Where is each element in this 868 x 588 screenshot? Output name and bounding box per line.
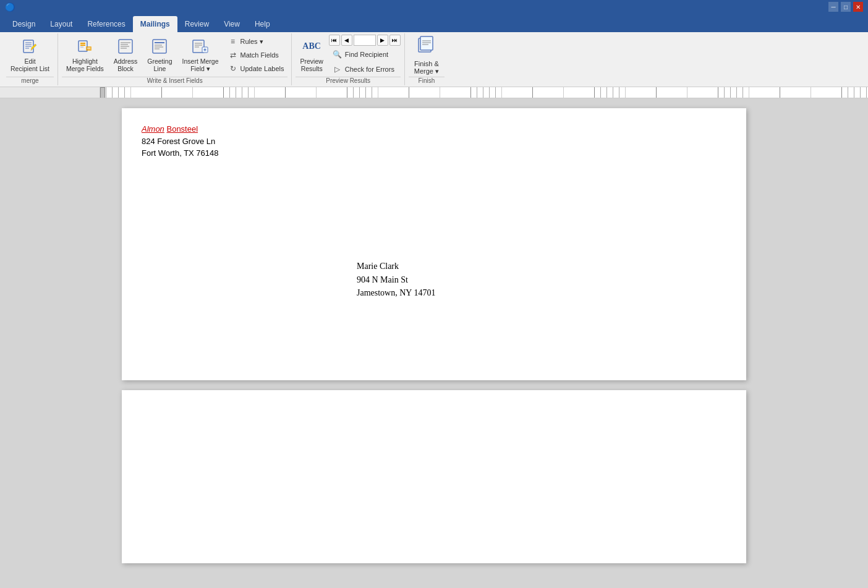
group-write-insert: HighlightMerge Fields AddressBlock <box>58 33 292 85</box>
nav-page-input[interactable] <box>354 35 376 46</box>
recipient-csz: Jamestown, NY 14701 <box>357 286 435 300</box>
rules-label: Rules ▾ <box>240 38 263 46</box>
preview-results-icon: ABC <box>302 37 321 56</box>
preview-results-button[interactable]: ABC PreviewResults <box>296 35 327 75</box>
nav-row: ⏮ ◀ ▶ ⏭ <box>329 35 401 46</box>
update-labels-icon: ↻ <box>228 64 238 74</box>
address-block-icon <box>116 37 135 56</box>
edit-recipient-icon <box>20 37 40 56</box>
document-page-2 <box>122 390 746 563</box>
tab-help[interactable]: Help <box>247 16 278 32</box>
insert-merge-field-label: Insert MergeField ▾ <box>182 58 219 73</box>
nav-last-button[interactable]: ⏭ <box>389 35 401 46</box>
insert-merge-field-icon <box>190 37 210 56</box>
group-items: ABC PreviewResults ⏮ ◀ ▶ ⏭ 🔍 Find Recipi… <box>296 35 400 75</box>
highlight-merge-fields-button[interactable]: HighlightMerge Fields <box>62 35 108 75</box>
group-label-write-insert: Write & Insert Fields <box>62 77 287 84</box>
greeting-line-button[interactable]: GreetingLine <box>143 35 176 75</box>
window-icon: 🔵 <box>5 2 15 12</box>
preview-nav-col: ⏮ ◀ ▶ ⏭ 🔍 Find Recipient ▷ Check for Err… <box>329 35 401 75</box>
return-address: Almon Bonsteel 824 Forest Grove Ln Fort … <box>142 123 219 160</box>
check-for-errors-button[interactable]: ▷ Check for Errors <box>329 63 401 75</box>
document-page-1: Almon Bonsteel 824 Forest Grove Ln Fort … <box>122 108 746 380</box>
find-recipient-button[interactable]: 🔍 Find Recipient <box>329 48 401 61</box>
recipient-name: Marie Clark <box>357 260 435 273</box>
insert-merge-field-button[interactable]: Insert MergeField ▾ <box>178 35 223 75</box>
ribbon-tabs: Design Layout References Mailings Review… <box>0 14 868 32</box>
return-name-line: Almon Bonsteel <box>142 123 219 135</box>
tab-review[interactable]: Review <box>177 16 216 32</box>
recipient-street: 904 N Main St <box>357 273 435 287</box>
svg-rect-5 <box>79 41 87 51</box>
return-first-name: Almon <box>142 124 164 134</box>
check-errors-icon: ▷ <box>333 64 343 74</box>
group-finish: Finish &Merge ▾ Finish <box>405 33 448 85</box>
group-items: HighlightMerge Fields AddressBlock <box>62 35 287 75</box>
return-street: 824 Forest Grove Ln <box>142 135 219 148</box>
window-controls: ─ □ ✕ <box>828 2 863 12</box>
update-labels-label: Update Labels <box>240 65 284 72</box>
tab-design[interactable]: Design <box>5 16 43 32</box>
maximize-button[interactable]: □ <box>841 2 851 12</box>
update-labels-button[interactable]: ↻ Update Labels <box>224 62 288 75</box>
address-block-button[interactable]: AddressBlock <box>109 35 142 75</box>
match-fields-icon: ⇄ <box>228 50 238 60</box>
svg-rect-16 <box>153 40 166 53</box>
tab-mailings[interactable]: Mailings <box>133 16 177 32</box>
tab-references[interactable]: References <box>80 16 132 32</box>
greeting-line-label: GreetingLine <box>147 58 172 73</box>
check-errors-label: Check for Errors <box>345 66 394 73</box>
edit-recipient-label: EditRecipient List <box>11 58 49 73</box>
find-recipient-icon: 🔍 <box>333 49 343 59</box>
group-label-preview: Preview Results <box>296 77 400 84</box>
svg-rect-29 <box>420 36 433 50</box>
edit-recipient-list-button[interactable]: EditRecipient List <box>6 35 54 75</box>
rules-icon: ≡ <box>228 36 238 46</box>
recipient-address: Marie Clark 904 N Main St Jamestown, NY … <box>357 260 435 300</box>
finish-merge-button[interactable]: Finish &Merge ▾ <box>409 35 445 75</box>
group-label-merge: merge <box>6 77 54 84</box>
write-insert-small-col: ≡ Rules ▾ ⇄ Match Fields ↻ Update Labels <box>224 35 288 75</box>
title-bar: 🔵 ─ □ ✕ <box>0 0 868 14</box>
ruler <box>0 87 868 98</box>
minimize-button[interactable]: ─ <box>828 2 838 12</box>
group-items: EditRecipient List <box>6 35 54 75</box>
highlight-icon <box>75 37 95 56</box>
finish-merge-label: Finish &Merge ▾ <box>414 60 439 75</box>
match-fields-label: Match Fields <box>240 51 279 59</box>
group-start-mail-merge: EditRecipient List merge <box>2 33 58 85</box>
nav-next-button[interactable]: ▶ <box>377 35 388 46</box>
return-csz: Fort Worth, TX 76148 <box>142 147 219 160</box>
nav-prev-button[interactable]: ◀ <box>341 35 352 46</box>
ribbon: EditRecipient List merge <box>0 32 868 87</box>
finish-merge-icon <box>417 35 436 59</box>
nav-first-button[interactable]: ⏮ <box>329 35 340 46</box>
find-recipient-label: Find Recipient <box>345 51 388 58</box>
close-button[interactable]: ✕ <box>853 2 863 12</box>
tab-layout[interactable]: Layout <box>43 16 80 32</box>
return-last-name: Bonsteel <box>166 124 198 134</box>
main-content: Almon Bonsteel 824 Forest Grove Ln Fort … <box>0 98 868 588</box>
address-block-label: AddressBlock <box>114 58 138 73</box>
tab-view[interactable]: View <box>216 16 247 32</box>
highlight-label: HighlightMerge Fields <box>66 58 104 73</box>
group-label-finish: Finish <box>409 77 445 84</box>
greeting-line-icon <box>150 37 169 56</box>
group-preview-results: ABC PreviewResults ⏮ ◀ ▶ ⏭ 🔍 Find Recipi… <box>292 33 404 85</box>
group-items: Finish &Merge ▾ <box>409 35 445 75</box>
preview-results-label: PreviewResults <box>300 58 323 73</box>
ruler-scale <box>100 87 868 98</box>
rules-button[interactable]: ≡ Rules ▾ <box>224 35 288 48</box>
match-fields-button[interactable]: ⇄ Match Fields <box>224 49 288 61</box>
